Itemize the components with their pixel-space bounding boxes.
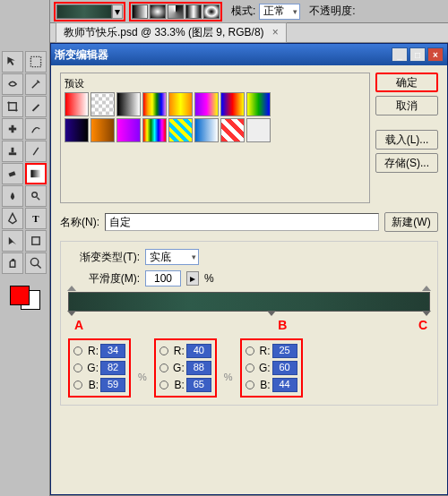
diamond-gradient-btn[interactable] (203, 4, 220, 19)
document-title: 教师节快乐.psd @ 33.3% (图层 9, RGB/8) (64, 26, 264, 38)
radio[interactable] (246, 346, 254, 355)
radio[interactable] (159, 363, 168, 372)
preset-swatch[interactable] (116, 92, 141, 116)
marquee-tool[interactable] (25, 51, 47, 73)
preset-swatch[interactable] (142, 92, 167, 116)
history-brush-tool[interactable] (25, 141, 47, 162)
gradient-type-select[interactable]: 实底 (145, 249, 199, 265)
svg-rect-8 (32, 237, 39, 244)
gradient-settings: 渐变类型(T): 实底 平滑度(M): ▸ % (60, 241, 438, 406)
crop-tool[interactable] (2, 96, 23, 117)
radio[interactable] (159, 346, 168, 355)
dodge-tool[interactable] (25, 185, 47, 207)
linear-gradient-btn[interactable] (132, 4, 148, 19)
preset-swatch[interactable] (168, 118, 193, 142)
preset-swatch[interactable] (246, 118, 271, 142)
preset-swatch[interactable] (246, 92, 271, 116)
path-select-tool[interactable] (2, 230, 23, 252)
minimize-icon[interactable]: _ (392, 47, 408, 62)
preset-swatch[interactable] (194, 92, 219, 116)
shape-tool[interactable] (25, 230, 47, 252)
gradient-bar[interactable]: A B C (68, 292, 430, 312)
preset-swatch[interactable] (65, 92, 89, 116)
chevron-down-icon[interactable]: ▾ (112, 4, 123, 19)
preset-swatch[interactable] (194, 118, 219, 142)
type-tool[interactable]: T (25, 208, 47, 229)
opacity-stop[interactable] (422, 286, 431, 293)
opacity-stop[interactable] (67, 286, 76, 293)
radial-gradient-btn[interactable] (150, 4, 166, 19)
blend-mode-select[interactable]: 正常 (259, 4, 300, 20)
smoothness-label: 平滑度(M): (68, 271, 140, 286)
preset-swatch[interactable] (90, 92, 115, 116)
preset-swatch[interactable] (142, 118, 167, 142)
svg-rect-4 (12, 148, 14, 153)
marker-a: A (74, 318, 83, 332)
radio[interactable] (246, 363, 254, 372)
preset-swatch[interactable] (65, 118, 89, 142)
smoothness-input[interactable] (145, 270, 181, 286)
preset-swatch[interactable] (90, 118, 115, 142)
ok-button[interactable]: 确定 (375, 73, 438, 92)
g-input[interactable]: 82 (100, 361, 125, 375)
color-stop-b[interactable] (267, 311, 276, 320)
wand-tool[interactable] (25, 73, 47, 95)
blur-tool[interactable] (2, 185, 23, 207)
foreground-swatch[interactable] (10, 286, 30, 305)
radio[interactable] (73, 346, 82, 355)
type-label: 渐变类型(T): (68, 250, 140, 265)
r-input[interactable]: 34 (100, 344, 125, 358)
svg-point-7 (32, 192, 38, 198)
gradient-name-input[interactable] (105, 213, 379, 231)
dialog-titlebar[interactable]: 渐变编辑器 _ □ × (51, 44, 447, 65)
hand-tool[interactable] (2, 252, 23, 274)
tool-grid: T (0, 49, 49, 276)
close-icon[interactable]: × (272, 26, 279, 38)
g-input[interactable]: 88 (186, 361, 211, 375)
color-swatches (0, 281, 49, 310)
r-input[interactable]: 25 (272, 344, 297, 358)
load-button[interactable]: 载入(L)... (375, 130, 438, 150)
b-input[interactable]: 59 (100, 378, 125, 392)
move-tool[interactable] (2, 51, 23, 73)
canvas-area: 渐变编辑器 _ □ × 预设 (50, 43, 448, 496)
heal-tool[interactable] (2, 118, 23, 140)
b-input[interactable]: 44 (272, 378, 297, 392)
close-icon[interactable]: × (427, 47, 444, 62)
svg-rect-2 (12, 125, 14, 133)
eyedropper-tool[interactable] (25, 96, 47, 117)
lasso-tool[interactable] (2, 73, 23, 95)
maximize-icon[interactable]: □ (409, 47, 426, 62)
mode-label: 模式: (231, 4, 255, 19)
gradient-tool[interactable] (25, 163, 47, 184)
marker-c: C (418, 318, 427, 332)
radio[interactable] (246, 381, 254, 389)
radio[interactable] (73, 363, 82, 372)
preset-swatch[interactable] (168, 92, 193, 116)
smoothness-arrow[interactable]: ▸ (186, 271, 199, 286)
g-input[interactable]: 60 (272, 361, 297, 375)
angle-gradient-btn[interactable] (168, 4, 184, 19)
document-tabbar: 教师节快乐.psd @ 33.3% (图层 9, RGB/8) × (50, 23, 448, 43)
eraser-tool[interactable] (2, 163, 23, 184)
preset-swatch[interactable] (116, 118, 141, 142)
save-button[interactable]: 存储(S)... (375, 153, 438, 173)
svg-rect-6 (30, 170, 40, 177)
b-input[interactable]: 65 (186, 378, 211, 392)
radio[interactable] (159, 381, 168, 389)
reflected-gradient-btn[interactable] (185, 4, 202, 19)
gradient-picker[interactable]: ▾ (54, 2, 125, 21)
brush-tool[interactable] (25, 118, 47, 140)
pen-tool[interactable] (2, 208, 23, 229)
r-input[interactable]: 40 (186, 344, 211, 358)
preset-swatch[interactable] (220, 118, 245, 142)
stamp-tool[interactable] (2, 141, 23, 162)
cancel-button[interactable]: 取消 (375, 96, 438, 115)
preset-swatch[interactable] (220, 92, 245, 116)
svg-rect-3 (9, 152, 16, 155)
radio[interactable] (73, 381, 82, 389)
options-bar: ▾ 模式: 正常 不透明度: (50, 0, 448, 23)
document-tab[interactable]: 教师节快乐.psd @ 33.3% (图层 9, RGB/8) × (56, 22, 287, 43)
new-button[interactable]: 新建(W) (384, 212, 438, 232)
zoom-tool[interactable] (25, 252, 47, 274)
